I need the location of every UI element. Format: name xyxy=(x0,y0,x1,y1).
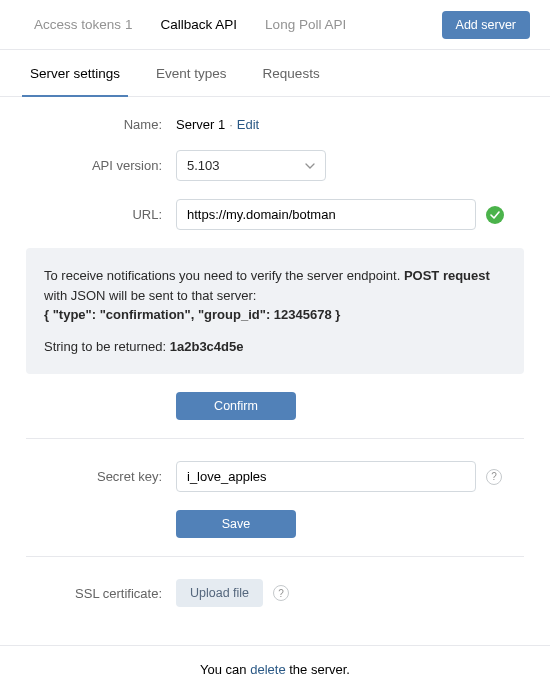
row-secret-key: Secret key: ? xyxy=(26,461,524,492)
footer-prefix: You can xyxy=(200,662,250,677)
server-name-value: Server 1 xyxy=(176,117,225,132)
info-line1a: To receive notifications you need to ver… xyxy=(44,268,404,283)
tab-long-poll-api[interactable]: Long Poll API xyxy=(251,0,360,50)
api-version-select[interactable]: 5.103 xyxy=(176,150,326,181)
tab-access-tokens-badge: 1 xyxy=(125,17,133,32)
help-icon[interactable]: ? xyxy=(486,469,502,485)
secret-key-label: Secret key: xyxy=(26,469,176,484)
secret-key-input[interactable] xyxy=(176,461,476,492)
info-line2b: 1a2b3c4d5e xyxy=(170,339,244,354)
form-area: Name: Server 1 · Edit API version: 5.103… xyxy=(0,97,550,645)
row-url: URL: xyxy=(26,199,524,230)
delete-server-link[interactable]: delete xyxy=(250,662,285,677)
url-label: URL: xyxy=(26,207,176,222)
row-save: Save xyxy=(26,510,524,538)
url-input[interactable] xyxy=(176,199,476,230)
chevron-down-icon xyxy=(305,161,315,171)
tab-event-types[interactable]: Event types xyxy=(148,50,235,96)
tab-callback-api-label: Callback API xyxy=(161,17,238,32)
row-api-version: API version: 5.103 xyxy=(26,150,524,181)
separator-dot: · xyxy=(229,117,233,132)
tab-requests[interactable]: Requests xyxy=(255,50,328,96)
info-line2a: String to be returned: xyxy=(44,339,170,354)
delete-server-footer: You can delete the server. xyxy=(0,645,550,693)
help-icon[interactable]: ? xyxy=(273,585,289,601)
divider xyxy=(26,556,524,557)
tab-callback-api[interactable]: Callback API xyxy=(147,0,252,50)
footer-suffix: the server. xyxy=(286,662,350,677)
row-ssl-certificate: SSL certificate: Upload file ? xyxy=(26,579,524,607)
verification-info-box: To receive notifications you need to ver… xyxy=(26,248,524,374)
api-version-label: API version: xyxy=(26,158,176,173)
tab-access-tokens[interactable]: Access tokens 1 xyxy=(20,0,147,50)
divider xyxy=(26,438,524,439)
save-button[interactable]: Save xyxy=(176,510,296,538)
api-version-value: 5.103 xyxy=(187,158,220,173)
add-server-button[interactable]: Add server xyxy=(442,11,530,39)
tab-access-tokens-label: Access tokens xyxy=(34,17,121,32)
edit-name-link[interactable]: Edit xyxy=(237,117,259,132)
ssl-label: SSL certificate: xyxy=(26,586,176,601)
top-tabs: Access tokens 1 Callback API Long Poll A… xyxy=(0,0,550,50)
info-line1c: with JSON will be sent to that server: xyxy=(44,288,256,303)
info-line1b: POST request xyxy=(404,268,490,283)
info-json-sample: { "type": "confirmation", "group_id": 12… xyxy=(44,307,340,322)
row-confirm: Confirm xyxy=(26,392,524,420)
name-label: Name: xyxy=(26,117,176,132)
row-name: Name: Server 1 · Edit xyxy=(26,117,524,132)
check-success-icon xyxy=(486,206,504,224)
confirm-button[interactable]: Confirm xyxy=(176,392,296,420)
sub-tabs: Server settings Event types Requests xyxy=(0,50,550,97)
upload-file-button[interactable]: Upload file xyxy=(176,579,263,607)
tab-long-poll-api-label: Long Poll API xyxy=(265,17,346,32)
tab-server-settings[interactable]: Server settings xyxy=(22,50,128,97)
